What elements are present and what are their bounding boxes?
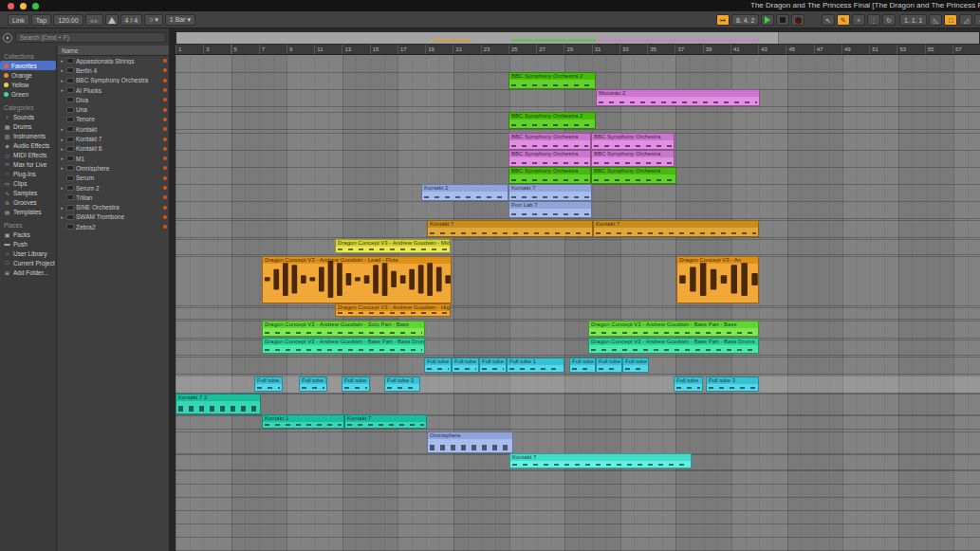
metronome-button[interactable] <box>105 14 119 26</box>
loop-length-field[interactable]: 4. 0. 0 <box>974 14 980 26</box>
hot-swap-dot[interactable] <box>163 186 167 190</box>
arrangement-grid[interactable]: BBC Symphony Orchestra 2Morceau 2BBC Sym… <box>176 55 980 551</box>
expand-arrow-icon[interactable]: ▸ <box>60 58 65 64</box>
browser-list-item[interactable]: ▸SWAM Trombone <box>58 212 169 222</box>
stop-button[interactable] <box>776 14 789 26</box>
clip[interactable]: Kontakt 7 <box>593 220 759 237</box>
category-item-drums[interactable]: ▦Drums <box>0 121 56 131</box>
automation-mode-button[interactable]: ⋮ <box>867 14 880 26</box>
collection-item-green[interactable]: Green <box>0 89 56 99</box>
link-button[interactable]: Link <box>8 14 29 26</box>
clip[interactable]: Kontakt 1 <box>262 414 344 429</box>
clip[interactable]: BBC Symphony Orchestra <box>591 150 675 167</box>
overdub-button[interactable]: + <box>852 14 865 26</box>
clip[interactable]: Dragon Concept V3 - Andrew Goodwin - Lea… <box>262 256 452 303</box>
close-window-button[interactable] <box>8 3 14 9</box>
nudge-down-icon[interactable]: ◃ <box>90 17 94 24</box>
expand-arrow-icon[interactable]: ▸ <box>60 67 65 73</box>
clip[interactable]: Morceau 2 <box>596 89 760 106</box>
place-item-push[interactable]: ▬Push <box>0 239 56 248</box>
clip[interactable]: Dragon Concept V3 - Andrew Goodwin - Mid <box>335 239 451 253</box>
browser-list-item[interactable]: ▸SINE Orchestra <box>58 202 169 211</box>
browser-list-item[interactable]: ▸BBC Symphony Orchestra <box>58 76 169 85</box>
loop-start-field[interactable]: 1. 1. 1 <box>899 14 927 26</box>
quantization-menu[interactable]: 1 Bar ▾ <box>165 14 195 26</box>
groove-amount-menu[interactable]: ○ ▾ <box>144 14 163 26</box>
tempo-field[interactable]: 120.00 <box>53 14 83 26</box>
clip[interactable]: Full tube 3 <box>299 377 327 392</box>
panel-divider[interactable] <box>169 28 176 551</box>
hot-swap-dot[interactable] <box>163 88 167 92</box>
minimize-window-button[interactable] <box>20 3 27 9</box>
category-item-plug-ins[interactable]: ○Plug-Ins <box>0 169 56 178</box>
category-item-templates[interactable]: ▤Templates <box>0 207 56 216</box>
clip[interactable]: Dragon Concept V3 - An <box>676 256 759 303</box>
clip[interactable]: BBC Symphony Orchestra <box>508 133 591 150</box>
clip[interactable]: Full tube <box>254 377 283 392</box>
nudge-buttons[interactable]: ◃ ▹ <box>85 14 103 26</box>
clip[interactable]: BBC Symphony Orchestra <box>508 150 591 167</box>
collection-item-yellow[interactable]: Yellow <box>0 80 56 89</box>
clip[interactable]: Kontakt 7 <box>508 184 592 201</box>
clip[interactable]: Dragon Concept V3 - Andrew Goodwin - Sol… <box>262 321 425 337</box>
beat-time-ruler[interactable]: 1357911131517192123252729313335373941434… <box>176 45 980 55</box>
collection-item-orange[interactable]: Orange <box>0 70 56 80</box>
expand-arrow-icon[interactable]: ▸ <box>60 146 65 152</box>
clip[interactable]: Full tube <box>479 358 507 373</box>
category-item-instruments[interactable]: ▥Instruments <box>0 131 56 140</box>
hot-swap-dot[interactable] <box>163 98 167 101</box>
expand-arrow-icon[interactable]: ▸ <box>60 214 65 220</box>
clip[interactable]: Full tube <box>622 358 649 373</box>
clip[interactable]: Port Lab 7 <box>508 201 592 218</box>
expand-arrow-icon[interactable]: ▸ <box>60 78 65 83</box>
clip[interactable]: BBC Symphony Orchestra 2 <box>508 72 596 89</box>
clip[interactable]: Full tube <box>424 358 452 373</box>
browser-list-item[interactable]: ▸Berlin 4 <box>58 65 169 75</box>
clip[interactable]: Kontakt 2 <box>421 184 508 201</box>
expand-arrow-icon[interactable]: ▸ <box>60 137 65 142</box>
expand-arrow-icon[interactable]: ▸ <box>60 156 65 161</box>
draw-mode-button[interactable]: ✎ <box>837 14 850 26</box>
arrangement-overview[interactable] <box>176 31 980 45</box>
clip[interactable]: Kontakt 7 2 <box>176 394 261 414</box>
browser-list-item[interactable]: ▸Kontakt 6 <box>58 144 169 154</box>
clip[interactable]: BBC Symphony Orchestra <box>508 167 591 184</box>
browser-list-item[interactable]: Tenore <box>58 115 169 124</box>
clip[interactable]: Kontakt 7 <box>427 220 593 237</box>
loop-button[interactable]: □ <box>944 14 957 26</box>
clip[interactable]: BBC Symphony Orchestra 2 <box>508 112 596 129</box>
hot-swap-dot[interactable] <box>163 225 167 229</box>
hot-swap-dot[interactable] <box>163 195 167 199</box>
hot-swap-dot[interactable] <box>163 147 167 151</box>
hot-swap-dot[interactable] <box>163 108 167 112</box>
browser-list-item[interactable]: ▸Omnisphere <box>58 163 169 173</box>
nudge-up-icon[interactable]: ▹ <box>95 17 99 24</box>
play-button[interactable] <box>761 14 774 26</box>
clip[interactable]: Dragon Concept V3 - Andrew Goodwin - Bas… <box>588 321 759 337</box>
clip[interactable]: Full tube 3 <box>384 377 420 392</box>
back-to-arrangement-button[interactable]: ↖ <box>822 14 835 26</box>
hot-swap-dot[interactable] <box>163 138 167 141</box>
arrangement-record-button[interactable] <box>791 14 804 26</box>
clip[interactable]: BBC Symphony Orchestra <box>591 167 676 184</box>
hot-swap-dot[interactable] <box>163 166 167 170</box>
place-item-current-project[interactable]: □Current Project <box>0 258 56 267</box>
expand-arrow-icon[interactable]: ▸ <box>60 87 65 93</box>
category-item-clips[interactable]: ▭Clips <box>0 178 56 188</box>
hot-swap-dot[interactable] <box>163 156 167 160</box>
hot-swap-dot[interactable] <box>163 206 167 210</box>
overview-visible-region[interactable] <box>176 32 779 44</box>
preview-button[interactable] <box>3 33 12 43</box>
clip[interactable]: Full tube 1 <box>507 358 564 373</box>
expand-arrow-icon[interactable]: ▸ <box>60 165 65 171</box>
collection-item-favorites[interactable]: Favorites <box>0 61 56 70</box>
expand-arrow-icon[interactable]: ▸ <box>60 126 65 132</box>
clip[interactable]: Omnisphere <box>427 432 513 453</box>
clip[interactable]: Dragon Concept V3 - Andrew Goodwin - Bas… <box>262 338 425 354</box>
tap-tempo-button[interactable]: Tap <box>31 14 51 26</box>
expand-arrow-icon[interactable]: ▸ <box>60 185 65 191</box>
browser-list-item[interactable]: ▸Kontakt 7 <box>58 134 169 143</box>
clip[interactable]: Full tube <box>674 377 703 392</box>
browser-list-item[interactable]: Trilian <box>58 193 169 202</box>
hot-swap-dot[interactable] <box>163 176 167 180</box>
